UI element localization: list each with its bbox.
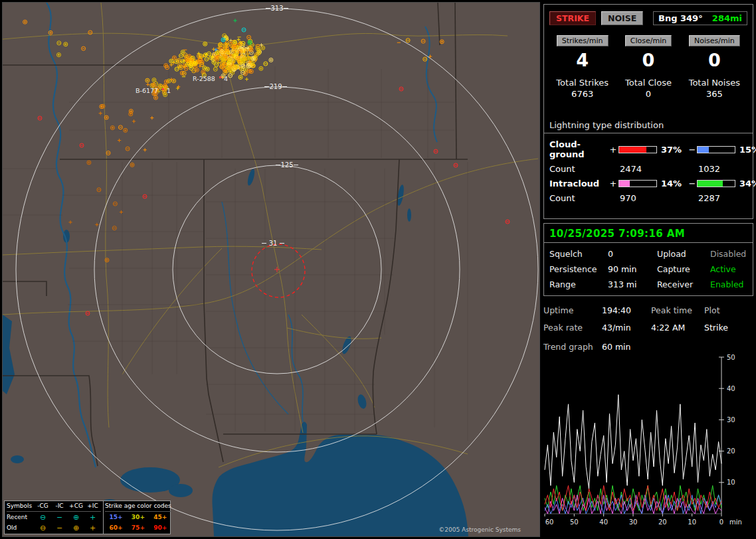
uptime-value: 194:40 (602, 305, 651, 315)
copyright-credit: ©2005 Astrogenic Systems (438, 526, 521, 533)
legend-symbol: ⊕ (68, 514, 84, 521)
legend-symbol: ⊖ (35, 514, 51, 521)
legend-symbols: Symbols-CG-IC+CG+ICRecent⊖−⊕+Old⊖−⊕+ (5, 501, 104, 534)
legend-symbols-header: Symbols (7, 503, 35, 509)
bearing-readout: Bng 349° 284mi (653, 11, 747, 25)
svg-text:40: 40 (727, 385, 735, 392)
minus-sign: − (688, 179, 697, 189)
status-panel: 10/25/2025 7:09:16 AM Squelch 0 Upload D… (543, 223, 753, 296)
legend-col-header: +IC (84, 503, 101, 509)
peak-rate-label: Peak rate (543, 323, 602, 333)
svg-text:219: 219 (269, 83, 282, 90)
legend-col-header: +CG (68, 503, 84, 509)
lightning-map[interactable]: 31321912531R-25884B-61771 Symbols-CG-IC+… (2, 2, 540, 537)
legend-row-label: Old (7, 525, 35, 531)
total-strikes-label: Total Strikes (556, 78, 609, 88)
cg-neg-bar (697, 146, 735, 153)
svg-text:31: 31 (269, 240, 278, 247)
ic-pos-count: 970 (618, 193, 688, 203)
strikes-per-min-chip[interactable]: Strikes/min (557, 35, 609, 46)
capture-label: Capture (657, 264, 710, 274)
bearing-distance: 284mi (712, 13, 742, 23)
legend-symbol: − (51, 524, 68, 532)
svg-text:0: 0 (719, 518, 723, 526)
trend-graph-label: Trend graph (543, 342, 602, 352)
cloud-ground-label: Cloud-ground (549, 139, 608, 159)
legend-symbol: ⊖ (35, 524, 51, 532)
svg-text:40: 40 (599, 518, 608, 526)
total-noises-label: Total Noises (689, 78, 740, 88)
legend-age-code: 30+ (127, 514, 149, 520)
trend-window-value: 60 min (602, 342, 753, 352)
map-canvas: 31321912531R-25884B-61771 (3, 3, 539, 536)
svg-text:min: min (729, 518, 742, 526)
separator (544, 242, 753, 243)
cg-pos-count: 2474 (618, 164, 688, 174)
svg-text:4: 4 (224, 75, 228, 82)
cg-count-label: Count (549, 164, 608, 174)
datetime-display: 10/25/2025 7:09:16 AM (549, 228, 747, 240)
ic-neg-bar (697, 180, 735, 187)
svg-text:30: 30 (629, 518, 638, 526)
receiver-label: Receiver (657, 279, 710, 289)
legend-symbol: ⊕ (68, 524, 84, 532)
legend-col-header: -CG (35, 503, 51, 509)
legend-age-code: 90+ (149, 525, 171, 531)
peak-time-label: Peak time (651, 305, 704, 315)
plot-label: Plot (704, 305, 753, 315)
info-panel: Uptime 194:40 Peak time Plot Peak rate 4… (543, 305, 753, 352)
svg-text:50: 50 (727, 354, 735, 361)
uptime-label: Uptime (543, 305, 602, 315)
persistence-label: Persistence (549, 264, 608, 274)
svg-text:125: 125 (280, 161, 293, 169)
ic-count-label: Count (549, 193, 608, 203)
noises-per-min-chip[interactable]: Noises/min (689, 35, 740, 46)
noises-per-min-value: 0 (708, 49, 721, 72)
map-legend: Symbols-CG-IC+CG+ICRecent⊖−⊕+Old⊖−⊕+ Str… (4, 501, 171, 534)
strikes-per-min-value: 4 (576, 49, 589, 72)
trend-graph: 10203040506050403020100min (543, 354, 755, 538)
close-per-min-chip[interactable]: Close/min (625, 35, 672, 46)
svg-text:10: 10 (727, 479, 735, 486)
strike-button[interactable]: STRIKE (549, 11, 596, 25)
svg-text:60: 60 (545, 518, 554, 526)
peak-rate-value: 43/min (602, 323, 651, 333)
legend-row-label: Recent (7, 514, 35, 520)
plot-value: Strike (704, 323, 753, 333)
legend-age-title: Strike age color codes (105, 501, 171, 512)
peak-time-value: 4:22 AM (651, 323, 704, 333)
range-label: Range (549, 279, 608, 289)
separator (544, 133, 753, 133)
trend-graph-canvas: 10203040506050403020100min (543, 354, 755, 538)
range-value: 313 mi (608, 279, 657, 289)
svg-text:B-6177: B-6177 (136, 87, 158, 94)
legend-col-header: -IC (51, 503, 68, 509)
cg-pos-bar (618, 146, 657, 153)
legend-age-code: 45+ (149, 514, 171, 520)
legend-symbol: + (84, 514, 101, 521)
noise-button[interactable]: NOISE (601, 11, 643, 25)
legend-symbol: − (51, 514, 68, 521)
cg-neg-count: 1032 (697, 164, 756, 174)
plus-sign: + (608, 145, 618, 155)
cg-pos-pct: 37% (658, 145, 688, 155)
total-close-value: 0 (646, 89, 651, 99)
total-strikes-value: 6763 (571, 89, 593, 99)
bearing-label: Bng 349° (658, 13, 703, 23)
distribution-title: Lightning type distribution (549, 120, 747, 130)
legend-age-codes: Strike age color codes15+30+45+60+75+90+ (104, 501, 173, 534)
ic-neg-count: 2287 (697, 193, 756, 203)
squelch-label: Squelch (549, 249, 608, 259)
legend-age-code: 75+ (127, 525, 149, 531)
minus-sign: − (688, 145, 697, 155)
svg-text:R-2588: R-2588 (193, 75, 215, 82)
total-close-label: Total Close (625, 78, 672, 88)
svg-text:30: 30 (727, 416, 735, 424)
upload-label: Upload (657, 249, 710, 259)
persistence-value: 90 min (608, 264, 657, 274)
app-window: 31321912531R-25884B-61771 Symbols-CG-IC+… (0, 0, 756, 539)
svg-text:50: 50 (570, 518, 579, 526)
svg-text:10: 10 (688, 518, 696, 526)
total-noises-value: 365 (706, 89, 723, 99)
upload-status: Disabled (710, 249, 747, 259)
